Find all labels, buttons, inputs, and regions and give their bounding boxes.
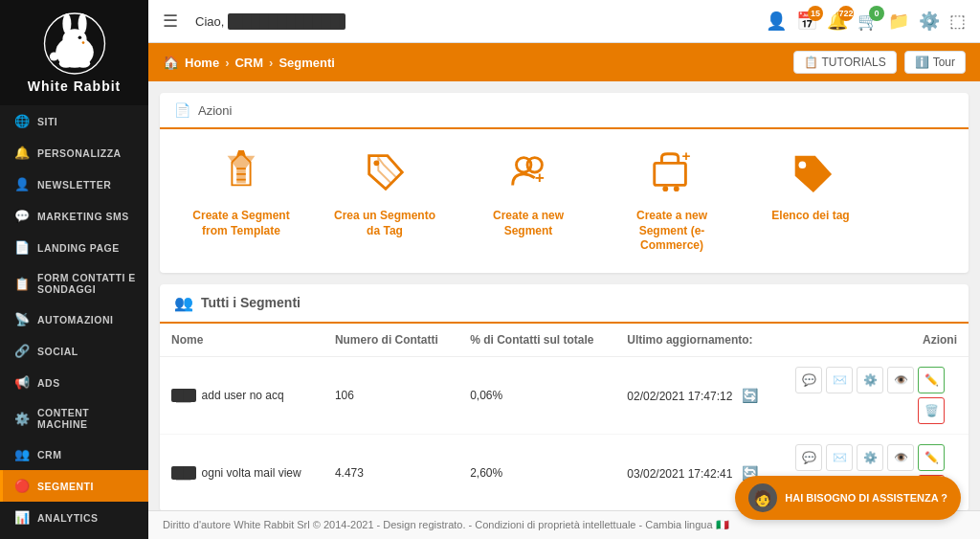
nav-label-ads: ADS (37, 377, 60, 389)
azioni-card: 📄 Azioni Create a Segment from Template … (160, 93, 969, 273)
cell-contatti: 4.473 (323, 434, 458, 510)
email-button[interactable]: ✉️ (826, 444, 853, 471)
sidebar-item-analytics[interactable]: 📊ANALYTICS (0, 502, 148, 533)
sidebar-item-landing-page[interactable]: 📄LANDING PAGE (0, 232, 148, 263)
share-button[interactable]: ⚙️ (857, 367, 883, 393)
cell-percent: 2,60% (458, 434, 615, 510)
aggiornamento-text: 03/02/2021 17:42:41 (627, 467, 732, 481)
user-name: ████████████ (228, 13, 345, 30)
nav-label-segmenti: SEGMENTI (37, 481, 94, 492)
email-button[interactable]: ✉️ (826, 367, 853, 393)
brand-name: White Rabbit (28, 79, 122, 94)
notifications-icon[interactable]: 🔔 722 (827, 11, 848, 32)
tutorials-icon: 📋 (804, 56, 818, 69)
tour-button[interactable]: ℹ️ Tour (904, 51, 966, 74)
action-label-create-from-template: Create a Segment from Template (189, 209, 294, 238)
svg-text:+: + (682, 148, 691, 164)
name-badge: ██ (171, 389, 196, 402)
nav-label-form-contatti: FORM CONTATTI E SONDAGGI (37, 272, 137, 295)
nav-icon-marketing-sms: 💬 (14, 209, 30, 223)
svg-point-9 (76, 58, 89, 67)
sidebar-item-content-machine[interactable]: ⚙️CONTENT MACHINE (0, 398, 148, 438)
col-azioni: Azioni (780, 324, 969, 357)
sidebar-item-crm[interactable]: 👥CRM (0, 438, 148, 470)
nav-icon-analytics: 📊 (14, 510, 30, 525)
name-badge: ██ (171, 466, 196, 480)
nav-icon-personalizza: 🔔 (14, 146, 30, 160)
chat-bubble[interactable]: 🧑 HAI BISOGNO DI ASSISTENZA ? (735, 476, 961, 520)
cart-icon[interactable]: 🛒 0 (858, 11, 879, 32)
sidebar-item-form-contatti[interactable]: 📋FORM CONTATTI E SONDAGGI (0, 263, 148, 303)
sidebar-item-personalizza[interactable]: 🔔PERSONALIZZA (0, 137, 148, 168)
edit-button[interactable]: ✏️ (918, 367, 945, 393)
nav-label-automazioni: AUTOMAZIONI (37, 314, 113, 326)
sync-button[interactable]: 🔄 (742, 388, 758, 403)
breadcrumb-home[interactable]: Home (185, 56, 219, 70)
comment-button[interactable]: 💬 (795, 367, 822, 393)
sidebar-nav: 🌐SITI🔔PERSONALIZZA👤NEWSLETTER💬MARKETING … (0, 105, 148, 539)
calendar-icon[interactable]: 📅 15 (796, 11, 817, 32)
sidebar-item-social[interactable]: 🔗SOCIAL (0, 335, 148, 367)
delete-button[interactable]: 🗑️ (918, 397, 945, 424)
nav-label-crm: CRM (37, 449, 61, 460)
sidebar-item-ads[interactable]: 📢ADS (0, 367, 148, 398)
nav-label-personalizza: PERSONALIZZA (37, 147, 122, 159)
tutorials-button[interactable]: 📋 TUTORIALS (793, 51, 897, 74)
nav-icon-automazioni: 📡 (14, 312, 30, 326)
svg-point-8 (58, 58, 72, 67)
notifications-badge: 722 (838, 6, 854, 21)
hamburger-icon[interactable]: ☰ (163, 11, 178, 32)
nav-icon-content-machine: ⚙️ (14, 412, 30, 426)
share-button[interactable]: ⚙️ (857, 444, 883, 471)
action-icon-create-from-template (218, 148, 264, 201)
sidebar-item-segmenti[interactable]: 🔴SEGMENTI (0, 470, 148, 502)
cell-percent: 0,06% (458, 356, 615, 434)
settings-icon[interactable]: ⚙️ (919, 11, 940, 32)
aggiornamento-text: 02/02/2021 17:47:12 (627, 390, 732, 403)
svg-point-24 (799, 161, 807, 168)
nav-icon-crm: 👥 (14, 447, 30, 461)
svg-marker-13 (236, 150, 246, 156)
folder-icon[interactable]: 📁 (888, 11, 909, 32)
sidebar-item-siti[interactable]: 🌐SITI (0, 105, 148, 137)
sidebar-item-marketing-sms[interactable]: 💬MARKETING SMS (0, 200, 148, 232)
svg-text:+: + (535, 168, 545, 187)
nav-label-content-machine: CONTENT MACHINE (37, 407, 137, 430)
profile-icon[interactable]: 👤 (766, 11, 787, 32)
content-area: 📄 Azioni Create a Segment from Template … (148, 81, 980, 510)
row-name-text: add user no acq (202, 389, 284, 402)
breadcrumb-crm[interactable]: CRM (234, 56, 263, 70)
action-item-create-from-tag[interactable]: Crea un Segmento da Tag (332, 148, 437, 238)
edit-button[interactable]: ✏️ (918, 444, 945, 471)
action-item-create-ecommerce[interactable]: + Create a new Segment (e-Commerce) (619, 148, 724, 254)
sidebar-item-newsletter[interactable]: 👤NEWSLETTER (0, 168, 148, 200)
col-contatti: Numero di Contatti (323, 324, 458, 357)
action-label-create-from-tag: Crea un Segmento da Tag (332, 209, 437, 238)
nav-label-newsletter: NEWSLETTER (37, 179, 111, 191)
nav-label-siti: SITI (37, 116, 57, 127)
action-label-elenco-tag: Elenco dei tag (771, 209, 849, 224)
view-button[interactable]: 👁️ (887, 367, 914, 393)
sidebar-item-automazioni[interactable]: 📡AUTOMAZIONI (0, 303, 148, 335)
white-rabbit-logo (32, 12, 118, 75)
breadcrumb-sep-2: › (269, 56, 273, 70)
action-item-elenco-tag[interactable]: Elenco dei tag (763, 148, 858, 224)
cell-azioni: 💬 ✉️ ⚙️ 👁️ ✏️ 🗑️ (780, 356, 969, 434)
cell-contatti: 106 (323, 356, 458, 434)
action-label-create-ecommerce: Create a new Segment (e-Commerce) (619, 209, 724, 254)
action-item-create-new[interactable]: + Create a new Segment (476, 148, 581, 238)
topbar: ☰ Ciao, ████████████ 👤 📅 15 🔔 722 🛒 0 📁 … (148, 0, 980, 43)
nav-icon-segmenti: 🔴 (14, 479, 30, 493)
cart-badge: 0 (869, 6, 884, 21)
svg-point-4 (78, 35, 81, 39)
svg-point-21 (662, 186, 668, 191)
action-icon-create-new: + (505, 148, 551, 201)
action-item-create-from-template[interactable]: Create a Segment from Template (189, 148, 294, 238)
breadcrumb-current: Segmenti (278, 56, 335, 70)
logout-icon[interactable]: ⬚ (949, 11, 966, 32)
bc-actions: 📋 TUTORIALS ℹ️ Tour (793, 51, 966, 74)
sidebar-item-happy-index[interactable]: 😊HAPPY INDEX ▼ (0, 533, 148, 539)
chat-avatar: 🧑 (748, 483, 777, 512)
comment-button[interactable]: 💬 (795, 444, 822, 471)
view-button[interactable]: 👁️ (887, 444, 914, 471)
